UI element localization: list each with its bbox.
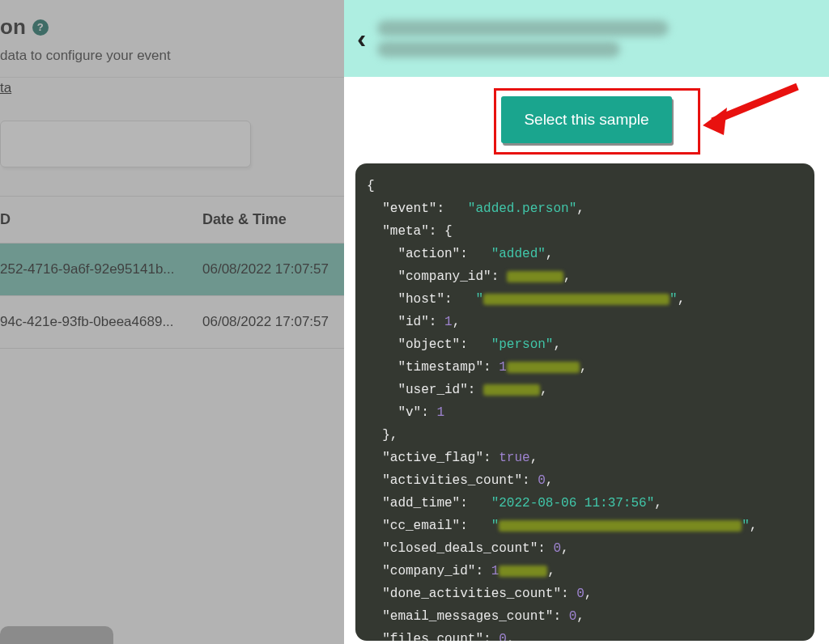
header-title-redacted — [377, 20, 816, 57]
code-meta-object: person — [499, 337, 546, 352]
dim-overlay — [0, 0, 344, 644]
select-sample-button[interactable]: Select this sample — [501, 96, 671, 143]
code-done-activities: 0 — [576, 587, 585, 601]
code-closed-deals: 0 — [553, 541, 561, 556]
code-meta-v: 1 — [436, 405, 444, 420]
code-add-time: 2022-08-06 11:37:56 — [499, 496, 646, 511]
code-activities-count: 0 — [538, 473, 546, 488]
code-active-flag: true — [499, 451, 529, 465]
code-meta-id: 1 — [444, 315, 453, 329]
code-event-value: added.person — [475, 201, 568, 216]
code-email-messages: 0 — [569, 609, 577, 624]
code-files-count: 0 — [499, 632, 507, 641]
code-meta-action: added — [499, 247, 538, 261]
annotation-arrow-icon — [696, 77, 810, 150]
code-company-id-prefix: 1 — [491, 564, 500, 578]
panel-header: ‹ — [344, 0, 829, 77]
json-code-block: { "event": "added.person", "meta": { "ac… — [355, 163, 814, 641]
back-chevron-icon[interactable]: ‹ — [357, 23, 366, 54]
code-meta-ts-prefix: 1 — [499, 360, 507, 375]
